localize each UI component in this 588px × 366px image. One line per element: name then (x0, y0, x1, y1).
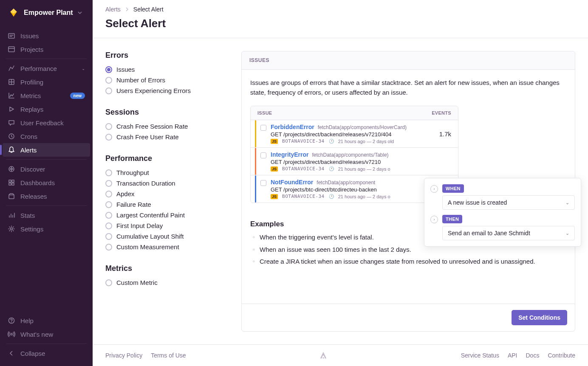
example-item: When an issue was seen 100 times in the … (253, 245, 566, 255)
when-value: A new issue is created (448, 199, 507, 206)
issue-row[interactable]: ForbiddenError fetchData(app/components/… (251, 120, 458, 148)
issue-checkbox[interactable] (260, 152, 266, 158)
radio-icon (105, 222, 112, 229)
alert-type-failure-rate[interactable]: Failure Rate (105, 199, 229, 210)
topbar: Alerts Select Alert Select Alert (93, 0, 588, 38)
option-heading: Errors (105, 51, 229, 60)
radio-label: Issues (116, 66, 135, 73)
footer-link[interactable]: Privacy Policy (105, 352, 142, 359)
sidebar-collapse[interactable]: Collapse (0, 346, 93, 360)
chevron-down-icon: ⌄ (565, 200, 569, 206)
radio-icon (105, 233, 112, 240)
radio-icon (105, 191, 112, 197)
chevron-left-icon (8, 349, 15, 357)
radio-label: Largest Contentful Paint (116, 211, 185, 219)
sidebar-item-crons[interactable]: Crons (0, 130, 93, 143)
sidebar-item-what-s-new[interactable]: What's new (0, 327, 93, 341)
issue-title[interactable]: NotFoundError (271, 179, 313, 186)
radio-label: First Input Delay (116, 222, 163, 229)
issue-meta: JS BOTANAVOICE-34 🕐 21 hours ago — 2 day… (271, 166, 443, 172)
performance-icon (8, 65, 15, 72)
panel-footer: Set Conditions (242, 304, 575, 331)
node-icon: › (430, 216, 438, 223)
help-icon (8, 317, 15, 324)
radio-label: Apdex (116, 190, 135, 197)
sidebar-item-performance[interactable]: Performance ⌄ (0, 62, 93, 75)
when-condition-select[interactable]: A new issue is created ⌄ (442, 195, 575, 210)
issue-id: BOTANAVOICE-34 (282, 166, 325, 172)
sidebar-item-issues[interactable]: Issues (0, 29, 93, 42)
svg-rect-7 (9, 183, 11, 185)
footer-link[interactable]: Contribute (548, 352, 575, 359)
sentry-logo-icon (319, 351, 328, 360)
breadcrumb-root[interactable]: Alerts (105, 6, 121, 13)
sidebar-item-stats[interactable]: Stats (0, 208, 93, 222)
alert-type-largest-contentful-paint[interactable]: Largest Contentful Paint (105, 210, 229, 220)
chevron-right-icon (125, 7, 129, 11)
page-title: Select Alert (105, 17, 575, 30)
sidebar-item-metrics[interactable]: Metrics new (0, 89, 93, 102)
col-events: EVENTS (432, 110, 451, 115)
sidebar-item-releases[interactable]: Releases (0, 189, 93, 203)
org-name: Empower Plant (24, 9, 73, 17)
feedback-icon (8, 119, 15, 127)
sidebar-item-replays[interactable]: Replays (0, 102, 93, 116)
clock-icon: 🕐 (329, 166, 334, 171)
issue-checkbox[interactable] (260, 180, 266, 186)
issue-checkbox[interactable] (260, 125, 266, 131)
footer-link[interactable]: API (508, 352, 517, 359)
issue-title[interactable]: ForbiddenError (271, 124, 314, 130)
alert-type-first-input-delay[interactable]: First Input Delay (105, 220, 229, 231)
nav-label: Profiling (20, 79, 85, 86)
discover-icon (8, 165, 15, 173)
alert-type-throughput[interactable]: Throughput (105, 167, 229, 178)
sidebar-item-discover[interactable]: Discover (0, 162, 93, 176)
sidebar-item-projects[interactable]: Projects (0, 42, 93, 56)
nav-label: Releases (20, 193, 85, 200)
svg-rect-1 (8, 47, 14, 52)
alert-type-issues[interactable]: Issues (105, 64, 229, 75)
alert-type-crash-free-user-rate[interactable]: Crash Free User Rate (105, 132, 229, 142)
alert-type-transaction-duration[interactable]: Transaction Duration (105, 178, 229, 189)
sidebar-item-dashboards[interactable]: Dashboards (0, 176, 93, 189)
panel-body: Issues are groups of errors that have a … (242, 70, 575, 304)
footer-link[interactable]: Terms of Use (151, 352, 186, 359)
alert-type-apdex[interactable]: Apdex (105, 189, 229, 199)
clock-icon: 🕐 (329, 139, 334, 144)
sidebar-item-alerts[interactable]: Alerts (3, 143, 90, 157)
panel-description: Issues are groups of errors that have a … (250, 78, 566, 97)
stats-icon (8, 211, 15, 219)
org-switcher[interactable]: Empower Plant (0, 0, 93, 25)
issue-row[interactable]: IntegrityError fetchData(app/components/… (251, 148, 458, 175)
alert-type-custom-measurement[interactable]: Custom Measurement (105, 242, 229, 252)
alert-type-custom-metric[interactable]: Custom Metric (105, 277, 229, 288)
severity-stripe (255, 148, 256, 175)
issue-time: 21 hours ago — 2 days o (338, 194, 390, 199)
sidebar-item-help[interactable]: Help (0, 314, 93, 327)
alert-type-cumulative-layout-shift[interactable]: Cumulative Layout Shift (105, 231, 229, 242)
set-conditions-button[interactable]: Set Conditions (512, 310, 567, 325)
radio-label: Cumulative Layout Shift (116, 233, 184, 240)
sidebar-item-profiling[interactable]: Profiling (0, 75, 93, 89)
option-heading: Performance (105, 154, 229, 163)
replays-icon (8, 105, 15, 113)
sidebar: Empower Plant Issues Projects Performanc… (0, 0, 93, 366)
nav-label: Replays (20, 106, 85, 113)
chevron-down-icon (77, 10, 82, 15)
footer-link[interactable]: Docs (526, 352, 539, 359)
breadcrumb: Alerts Select Alert (105, 6, 575, 13)
alert-type-users-experiencing-errors[interactable]: Users Experiencing Errors (105, 85, 229, 96)
issue-title[interactable]: IntegrityError (271, 151, 308, 158)
sidebar-item-settings[interactable]: Settings (0, 222, 93, 236)
nav-label: Settings (20, 225, 85, 233)
alert-type-crash-free-session-rate[interactable]: Crash Free Session Rate (105, 121, 229, 132)
nav-label: Metrics (20, 92, 65, 99)
svg-rect-5 (9, 180, 11, 182)
alert-type-number-of-errors[interactable]: Number of Errors (105, 75, 229, 85)
radio-icon (105, 180, 112, 187)
svg-point-10 (11, 228, 13, 230)
content: ErrorsIssuesNumber of ErrorsUsers Experi… (93, 38, 588, 344)
footer-link[interactable]: Service Status (461, 352, 499, 359)
issue-body: ForbiddenError fetchData(app/components/… (271, 124, 431, 144)
sidebar-item-user-feedback[interactable]: User Feedback (0, 116, 93, 130)
